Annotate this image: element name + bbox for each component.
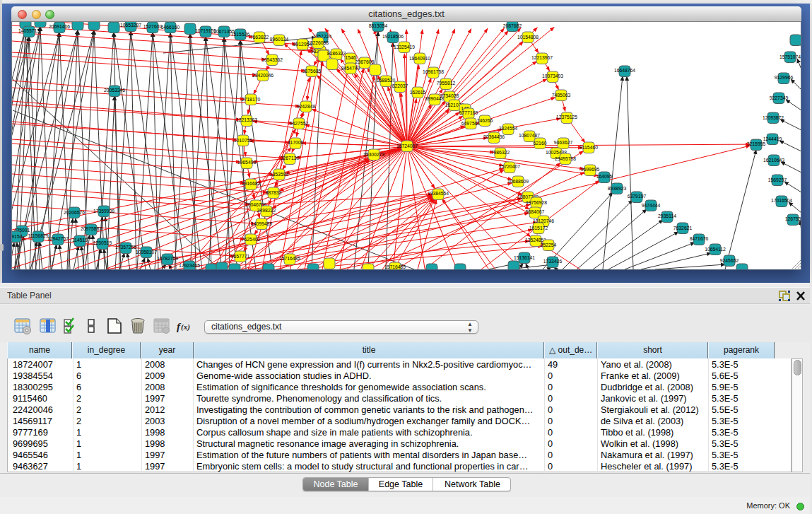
svg-text:1353594: 1353594 [270,172,289,177]
svg-text:10973493: 10973493 [542,74,563,78]
svg-text:1546: 1546 [345,55,355,60]
svg-text:12213363: 12213363 [236,117,257,122]
svg-text:746266: 746266 [477,118,493,123]
svg-text:15716485: 15716485 [279,256,300,261]
svg-text:13226058: 13226058 [307,40,329,45]
svg-text:1527602: 1527602 [143,24,163,29]
svg-text:2367608: 2367608 [355,59,375,64]
svg-text:1615172: 1615172 [529,226,548,230]
svg-text:8813054: 8813054 [369,23,388,28]
svg-text:12942757: 12942757 [47,236,69,241]
svg-text:10688609: 10688609 [507,179,529,184]
svg-text:417006: 417006 [288,140,304,145]
svg-text:3215955: 3215955 [747,141,766,146]
svg-text:17359938: 17359938 [93,209,114,214]
svg-text:7632621: 7632621 [673,226,693,230]
svg-text:8938923: 8938923 [608,186,627,191]
svg-text:2087682: 2087682 [503,23,522,28]
svg-text:3267130: 3267130 [281,156,300,160]
svg-text:1569297: 1569297 [768,177,787,182]
svg-text:887833: 887833 [266,190,282,195]
svg-text:14055713: 14055713 [18,28,40,33]
svg-text:114519: 114519 [72,238,88,243]
svg-text:15751074: 15751074 [779,54,801,59]
svg-text:14099489: 14099489 [251,221,272,226]
svg-text:16961758: 16961758 [423,69,444,74]
svg-text:23420046: 23420046 [252,73,273,78]
svg-text:8186323: 8186323 [327,51,346,56]
svg-text:1010755: 1010755 [234,138,253,143]
svg-text:1244419: 1244419 [763,136,782,141]
svg-text:17016504: 17016504 [771,198,792,203]
svg-text:18640910: 18640910 [409,56,430,61]
svg-text:12093872: 12093872 [763,115,784,120]
svg-text:62160: 62160 [534,141,547,146]
svg-text:(x): (x) [181,322,190,332]
svg-text:17357255: 17357255 [115,245,136,250]
svg-text:9129966: 9129966 [775,75,794,80]
svg-text:9245652: 9245652 [720,258,739,263]
svg-text:9474444: 9474444 [642,203,661,208]
svg-text:9427552: 9427552 [290,121,309,126]
svg-text:16210643: 16210643 [763,158,784,163]
svg-text:19218506: 19218506 [382,34,404,39]
svg-text:10807487: 10807487 [519,133,540,138]
svg-text:6466160: 6466160 [161,25,180,30]
svg-text:2718170: 2718170 [242,97,261,102]
svg-text:9463627: 9463627 [554,140,573,145]
svg-text:9657771: 9657771 [231,254,250,259]
svg-text:9734028: 9734028 [440,93,459,98]
svg-text:6379197: 6379197 [628,194,647,199]
svg-text:20975887: 20975887 [81,226,102,231]
svg-text:1588520: 1588520 [377,78,396,83]
svg-text:12213967: 12213967 [531,55,553,60]
svg-text:15300273: 15300273 [363,152,384,157]
svg-text:9242848: 9242848 [297,104,316,109]
svg-text:15716485: 15716485 [384,264,406,269]
svg-text:252254: 252254 [541,243,557,247]
svg-text:23495758: 23495758 [555,156,576,161]
svg-text:8471676: 8471676 [690,236,709,241]
svg-text:2935114: 2935114 [658,214,676,218]
svg-text:7663822: 7663822 [250,35,269,40]
svg-text:7955812: 7955812 [437,81,456,86]
svg-text:1733426: 1733426 [543,259,563,264]
svg-text:12923465: 12923465 [179,263,200,268]
svg-text:10154808: 10154808 [517,35,539,40]
svg-text:20364436: 20364436 [483,134,505,139]
svg-text:7485063: 7485063 [552,93,571,98]
svg-text:7515526: 7515526 [231,32,250,37]
svg-text:10654112: 10654112 [705,247,726,252]
svg-text:1250515: 1250515 [93,240,112,245]
svg-text:20691406: 20691406 [49,24,70,29]
svg-text:8454749: 8454749 [341,66,360,71]
svg-text:20206576: 20206576 [64,210,85,215]
svg-text:12375125: 12375125 [556,115,577,119]
svg-text:11156829: 11156829 [28,233,48,238]
svg-text:7625402: 7625402 [242,237,261,242]
svg-text:126753: 126753 [785,216,801,221]
svg-text:9777169: 9777169 [459,110,478,115]
svg-text:19384554: 19384554 [428,191,449,196]
svg-text:9699695: 9699695 [581,167,600,172]
svg-text:16782759: 16782759 [157,256,178,261]
svg-text:10653287: 10653287 [120,23,141,28]
svg-text:3324554: 3324554 [499,126,518,131]
svg-text:9227349: 9227349 [770,95,789,100]
svg-text:3498222: 3498222 [257,208,276,213]
svg-text:164095: 164095 [596,174,613,179]
svg-text:8960124: 8960124 [270,37,289,42]
svg-text:10958107: 10958107 [136,250,157,255]
svg-text:19756928: 19756928 [526,200,547,205]
svg-text:15136141: 15136141 [514,255,535,260]
svg-text:15720407: 15720407 [499,164,520,169]
svg-text:16648764: 16648764 [614,68,635,73]
svg-text:9684067: 9684067 [526,209,545,214]
svg-text:10543362: 10543362 [261,57,283,62]
svg-text:1916682: 1916682 [242,181,261,186]
svg-text:162615: 162615 [410,90,426,95]
svg-text:7986322: 7986322 [491,150,510,155]
svg-text:1965498: 1965498 [237,160,257,165]
svg-text:822037: 822037 [392,83,408,88]
svg-text:9115460: 9115460 [579,145,598,150]
